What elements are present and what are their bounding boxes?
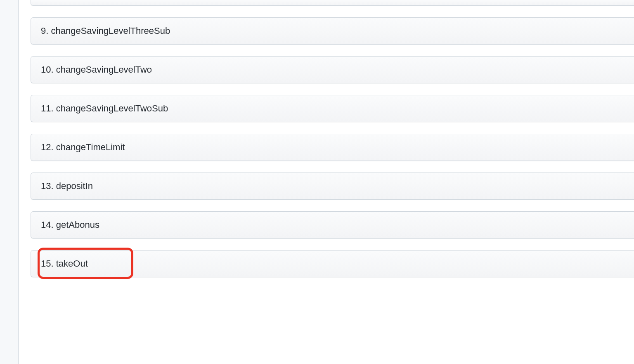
list-item[interactable]: 12. changeTimeLimit [31, 134, 634, 161]
list-item[interactable]: 15. takeOut [31, 250, 634, 277]
list-item-label: 9. changeSavingLevelThreeSub [41, 26, 170, 36]
list-item[interactable]: 13. depositIn [31, 173, 634, 200]
list-item-label: 15. takeOut [41, 258, 88, 269]
list-item-partial[interactable] [31, 0, 634, 6]
list-item[interactable]: 9. changeSavingLevelThreeSub [31, 17, 634, 45]
list-item-label: 10. changeSavingLevelTwo [41, 64, 152, 75]
list-item[interactable]: 10. changeSavingLevelTwo [31, 56, 634, 83]
panel-container: 9. changeSavingLevelThreeSub 10. changeS… [18, 0, 634, 364]
function-list: 9. changeSavingLevelThreeSub 10. changeS… [19, 0, 634, 277]
list-item[interactable]: 11. changeSavingLevelTwoSub [31, 95, 634, 122]
list-item-label: 13. depositIn [41, 181, 93, 191]
list-item-label: 14. getAbonus [41, 220, 99, 230]
list-item-label: 11. changeSavingLevelTwoSub [41, 103, 168, 113]
list-item[interactable]: 14. getAbonus [31, 211, 634, 239]
list-item-label: 12. changeTimeLimit [41, 142, 125, 152]
